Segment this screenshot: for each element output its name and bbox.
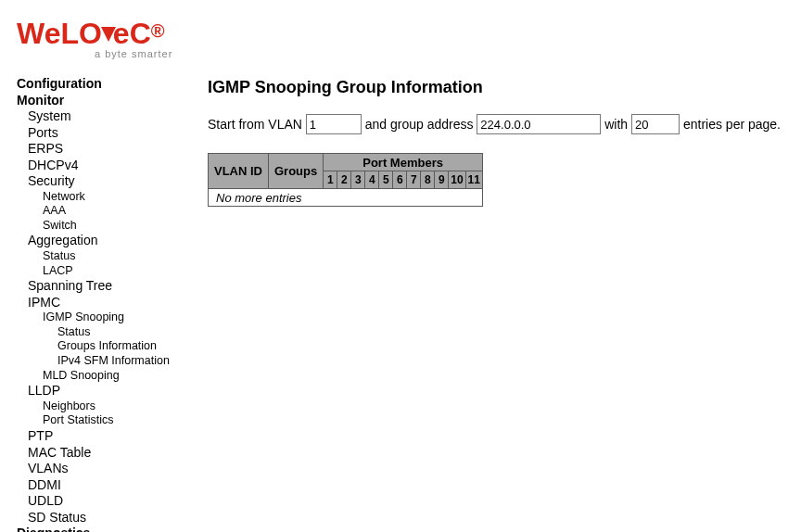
- col-vlan-id: VLAN ID: [209, 154, 269, 189]
- label-entries-per-page: entries per page.: [683, 117, 781, 132]
- port-col-8: 8: [421, 171, 435, 189]
- nav-mld-snooping[interactable]: MLD Snooping: [43, 369, 202, 384]
- nav-lldp-neighbors[interactable]: Neighbors: [43, 399, 202, 414]
- logo-main: WeLOeC®: [17, 17, 801, 51]
- label-with: with: [604, 117, 628, 132]
- input-start-vlan[interactable]: [306, 114, 362, 134]
- nav-aggregation-status[interactable]: Status: [43, 249, 202, 264]
- logo-tagline: a byte smarter: [95, 48, 801, 59]
- nav-ports[interactable]: Ports: [28, 125, 202, 142]
- nav-dhcpv4[interactable]: DHCPv4: [28, 158, 202, 174]
- port-col-7: 7: [407, 171, 421, 189]
- input-entries-per-page[interactable]: [631, 114, 680, 134]
- nav-aggregation[interactable]: Aggregation: [28, 233, 202, 249]
- nav-sd-status[interactable]: SD Status: [28, 510, 202, 526]
- input-group-address[interactable]: [477, 114, 601, 134]
- port-col-4: 4: [365, 171, 379, 189]
- nav-udld[interactable]: UDLD: [28, 493, 202, 510]
- nav-security-network[interactable]: Network: [43, 190, 202, 205]
- logo-triangle-icon: [99, 15, 118, 49]
- port-col-2: 2: [337, 171, 351, 189]
- nav-system[interactable]: System: [28, 108, 202, 125]
- nav-igmp-snooping[interactable]: IGMP Snooping: [43, 310, 202, 325]
- nav-vlans[interactable]: VLANs: [28, 461, 202, 477]
- main-content: IGMP Snooping Group Information Start fr…: [202, 76, 801, 207]
- port-col-5: 5: [379, 171, 393, 189]
- nav-igmp-status[interactable]: Status: [57, 325, 202, 340]
- nav-igmp-groups[interactable]: Groups Information: [57, 339, 202, 354]
- nav-erps[interactable]: ERPS: [28, 141, 202, 158]
- nav-aggregation-lacp[interactable]: LACP: [43, 264, 202, 279]
- port-col-6: 6: [393, 171, 407, 189]
- nav-configuration[interactable]: Configuration: [17, 76, 202, 93]
- svg-marker-0: [101, 27, 116, 42]
- page-title: IGMP Snooping Group Information: [208, 78, 790, 97]
- port-col-9: 9: [435, 171, 449, 189]
- label-start-from-vlan: Start from VLAN: [208, 117, 302, 132]
- nav-security-switch[interactable]: Switch: [43, 219, 202, 234]
- port-col-3: 3: [351, 171, 365, 189]
- port-col-11: 11: [465, 171, 482, 189]
- nav-security-aaa[interactable]: AAA: [43, 204, 202, 219]
- nav-ddmi[interactable]: DDMI: [28, 477, 202, 494]
- nav-igmp-sfm[interactable]: IPv4 SFM Information: [57, 354, 202, 369]
- nav-ipmc[interactable]: IPMC: [28, 295, 202, 311]
- nav-spanning-tree[interactable]: Spanning Tree: [28, 278, 202, 295]
- nav-lldp-port-statistics[interactable]: Port Statistics: [43, 413, 202, 428]
- nav-diagnostics[interactable]: Diagnostics: [17, 526, 202, 532]
- groups-table: VLAN ID Groups Port Members 1 2 3 4 5 6 …: [208, 153, 483, 207]
- filter-row: Start from VLAN and group address with e…: [208, 114, 790, 134]
- port-col-10: 10: [449, 171, 465, 189]
- col-port-members: Port Members: [324, 154, 483, 171]
- port-col-1: 1: [324, 171, 337, 189]
- no-more-entries: No more entries: [209, 189, 483, 207]
- table-row-no-more: No more entries: [209, 189, 483, 207]
- label-group-address: and group address: [365, 117, 474, 132]
- nav-monitor[interactable]: Monitor: [17, 93, 202, 109]
- sidebar-nav: Configuration Monitor System Ports ERPS …: [0, 76, 202, 532]
- logo: WeLOeC® a byte smarter: [0, 0, 801, 59]
- nav-lldp[interactable]: LLDP: [28, 383, 202, 399]
- nav-ptp[interactable]: PTP: [28, 428, 202, 445]
- nav-mac-table[interactable]: MAC Table: [28, 445, 202, 462]
- col-groups: Groups: [269, 154, 324, 189]
- nav-security[interactable]: Security: [28, 173, 202, 190]
